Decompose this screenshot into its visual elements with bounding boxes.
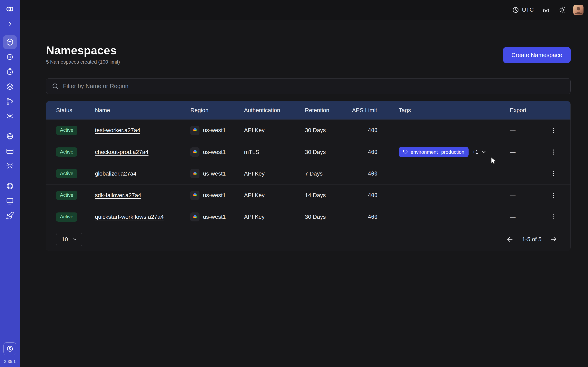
timezone-label: UTC xyxy=(522,7,534,13)
kebab-menu-icon xyxy=(550,213,557,220)
sidebar-item-regions[interactable] xyxy=(3,129,17,143)
user-avatar[interactable] xyxy=(573,5,584,15)
region-cell: us-west1 xyxy=(181,126,234,135)
sidebar-item-nexus[interactable] xyxy=(3,109,17,123)
branch-icon xyxy=(6,97,14,106)
sidebar-item-namespaces[interactable] xyxy=(3,35,17,49)
row-menu-button[interactable] xyxy=(547,211,560,223)
col-status: Status xyxy=(46,107,85,114)
row-menu-button[interactable] xyxy=(547,124,560,137)
namespace-link[interactable]: globalizer.a27a4 xyxy=(95,170,137,177)
retention-cell: 30 Days xyxy=(295,149,342,155)
namespace-link[interactable]: checkout-prod.a27a4 xyxy=(95,149,149,155)
aps-limit-cell: 400 xyxy=(342,214,389,220)
col-name: Name xyxy=(85,107,181,114)
aps-limit-cell: 400 xyxy=(342,192,389,198)
retention-cell: 30 Days xyxy=(295,127,342,133)
tag-pill[interactable]: environment production xyxy=(399,147,468,157)
namespace-link[interactable]: test-worker.a27a4 xyxy=(95,127,140,133)
rocket-icon xyxy=(6,211,14,220)
auth-cell: API Key xyxy=(234,170,295,177)
usage-button[interactable] xyxy=(3,342,16,355)
prev-page-button[interactable] xyxy=(505,234,515,245)
clock-icon xyxy=(512,6,519,13)
sidebar-item-support[interactable] xyxy=(3,179,17,193)
export-cell: — xyxy=(500,170,536,177)
asterisk-icon xyxy=(6,112,14,120)
region-cell: us-west1 xyxy=(181,191,234,200)
gcp-cloud-icon xyxy=(190,147,199,157)
arrow-right-icon xyxy=(550,235,558,243)
col-tags: Tags xyxy=(389,107,500,114)
dollar-usage-icon xyxy=(6,345,14,352)
monitor-icon xyxy=(6,197,14,205)
region-label: us-west1 xyxy=(203,149,226,155)
topbar: UTC xyxy=(20,0,588,20)
kebab-menu-icon xyxy=(550,149,557,156)
page-title: Namespaces xyxy=(46,44,120,57)
target-icon xyxy=(6,53,14,61)
col-export: Export xyxy=(500,107,536,114)
kebab-menu-icon xyxy=(550,127,557,134)
create-namespace-button[interactable]: Create Namespace xyxy=(503,47,571,63)
region-cell: us-west1 xyxy=(181,169,234,178)
timezone-button[interactable]: UTC xyxy=(509,4,537,16)
accessibility-button[interactable] xyxy=(539,4,553,16)
sidebar-item-settings[interactable] xyxy=(3,159,17,173)
more-tags-label: +1 xyxy=(472,149,478,155)
sidebar-item-getting-started[interactable] xyxy=(3,209,17,222)
page-size-value: 10 xyxy=(62,236,68,243)
row-menu-button[interactable] xyxy=(547,146,560,158)
auth-cell: API Key xyxy=(234,214,295,220)
table-row: Active test-worker.a27a4 us-west1 API Ke… xyxy=(46,119,570,141)
tag-key: environment xyxy=(411,149,438,155)
row-menu-button[interactable] xyxy=(547,189,560,201)
sidebar-item-learn[interactable] xyxy=(3,194,17,208)
sidebar-item-deployments[interactable] xyxy=(3,95,17,108)
sun-icon xyxy=(558,6,566,14)
aps-limit-cell: 400 xyxy=(342,149,389,155)
expand-tags-button[interactable] xyxy=(480,148,488,156)
sidebar-item-stack[interactable] xyxy=(3,80,17,93)
logo-icon xyxy=(5,4,15,14)
gcp-cloud-icon xyxy=(190,212,199,222)
namespaces-table: Status Name Region Authentication Retent… xyxy=(46,101,571,251)
export-cell: — xyxy=(500,127,536,133)
sidebar-expand-button[interactable] xyxy=(3,19,17,29)
region-cell: us-west1 xyxy=(181,212,234,222)
export-cell: — xyxy=(500,192,536,199)
next-page-button[interactable] xyxy=(548,234,559,245)
sidebar-item-target[interactable] xyxy=(3,50,17,64)
table-body: Active test-worker.a27a4 us-west1 API Ke… xyxy=(46,119,570,228)
cube-icon xyxy=(6,38,14,46)
row-menu-button[interactable] xyxy=(547,167,560,180)
person-icon xyxy=(573,5,584,15)
app-window: 2.35.1 UTC Namespaces 5 Namespaces c xyxy=(0,0,588,367)
table-row: Active globalizer.a27a4 us-west1 API Key… xyxy=(46,163,570,184)
retention-cell: 30 Days xyxy=(295,214,342,220)
status-badge: Active xyxy=(56,126,77,135)
auth-cell: API Key xyxy=(234,192,295,199)
sidebar-item-billing[interactable] xyxy=(3,144,17,158)
namespace-link[interactable]: quickstart-workflows.a27a4 xyxy=(95,214,164,220)
tags-cell: environment production +1 xyxy=(389,147,500,157)
gear-icon xyxy=(6,162,14,170)
glasses-icon xyxy=(542,6,550,14)
export-cell: — xyxy=(500,214,536,220)
col-region: Region xyxy=(181,107,234,114)
page-header: Namespaces 5 Namespaces created (100 lim… xyxy=(46,44,571,65)
namespace-link[interactable]: sdk-failover.a27a4 xyxy=(95,192,141,198)
tag-icon xyxy=(403,150,408,154)
region-cell: us-west1 xyxy=(181,147,234,157)
timer-icon xyxy=(6,67,14,76)
theme-toggle-button[interactable] xyxy=(555,4,570,16)
page-size-select[interactable]: 10 xyxy=(56,233,82,246)
filter-bar xyxy=(46,78,571,94)
layers-icon xyxy=(6,82,14,91)
retention-cell: 14 Days xyxy=(295,192,342,199)
sidebar-item-schedules[interactable] xyxy=(3,65,17,78)
table-row: Active sdk-failover.a27a4 us-west1 API K… xyxy=(46,184,570,206)
aps-limit-cell: 400 xyxy=(342,127,389,133)
page-content: Namespaces 5 Namespaces created (100 lim… xyxy=(20,20,588,251)
filter-input[interactable] xyxy=(46,78,571,94)
